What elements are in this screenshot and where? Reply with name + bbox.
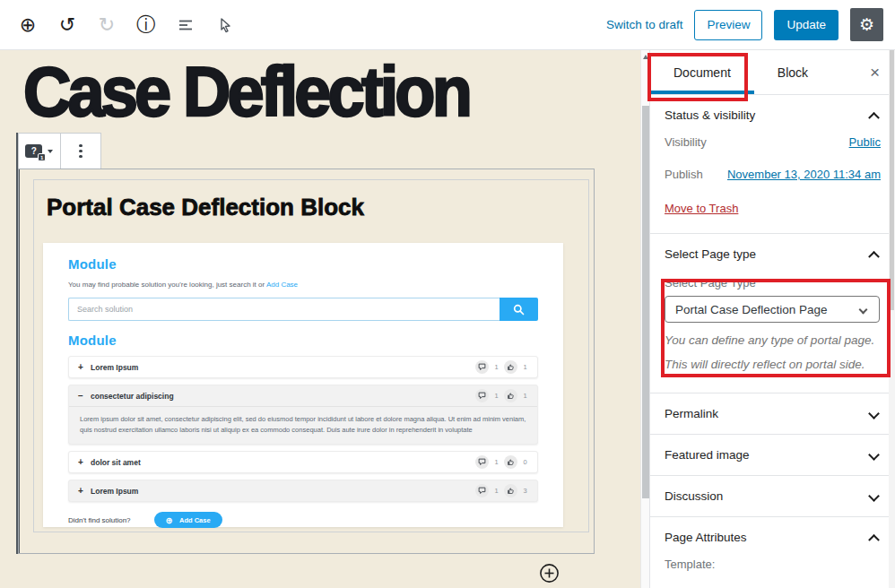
block-appender-button[interactable] [539, 563, 560, 584]
block-type-button[interactable]: ? 1 [19, 134, 60, 169]
featured-image-header[interactable]: Featured image [650, 435, 895, 475]
select-page-type-header[interactable]: Select Page type [650, 234, 895, 274]
select-tool-icon[interactable] [212, 12, 239, 39]
chevron-down-icon [859, 305, 868, 314]
discussion-panel: Discussion [650, 476, 895, 517]
chevron-down-icon [868, 449, 880, 461]
expand-icon: + [78, 457, 91, 467]
update-button[interactable]: Update [774, 10, 839, 40]
featured-image-panel: Featured image [650, 435, 895, 476]
comment-icon [475, 360, 489, 374]
search-icon [513, 304, 525, 316]
canvas-scrollbar[interactable] [640, 50, 649, 588]
scrollbar-up-arrow-icon[interactable] [643, 55, 648, 59]
page-type-help-text: You can define any type of portal page. … [665, 328, 881, 376]
add-case-button[interactable]: ⊕ Add Case [154, 512, 222, 528]
add-case-link[interactable]: Add Case [266, 281, 298, 289]
accordion-item[interactable]: + Lorem Ipsum 1 1 [68, 356, 538, 378]
chevron-down-icon [868, 490, 880, 502]
collapse-icon: − [78, 391, 91, 401]
info-icon[interactable]: ⓘ [133, 12, 160, 39]
gear-icon: ⚙ [859, 14, 874, 35]
scrollbar-thumb[interactable] [642, 106, 649, 498]
case-deflection-block-icon: ? 1 [25, 144, 42, 158]
chevron-up-icon [868, 534, 880, 546]
block-toolbar: ? 1 [18, 133, 101, 169]
block-options-button[interactable] [60, 134, 101, 169]
add-block-icon[interactable]: ⊕ [14, 12, 41, 39]
tab-document[interactable]: Document [650, 50, 754, 94]
preview-button[interactable]: Preview [694, 10, 762, 40]
accordion-item[interactable]: + dolor sit amet 1 0 [68, 451, 538, 473]
move-to-trash-link[interactable]: Move to Trash [665, 202, 738, 215]
discussion-header[interactable]: Discussion [650, 476, 895, 516]
toolbar-right-group: Switch to draft Preview Update ⚙ [606, 8, 895, 41]
kebab-menu-icon [79, 144, 83, 159]
module-description: You may find probable solution you're lo… [68, 281, 538, 289]
permalink-panel: Permalink [650, 393, 895, 435]
didnt-find-label: Didn't find solution? [68, 516, 131, 524]
page-type-label: Select Page Type [665, 276, 881, 290]
list-view-icon[interactable] [172, 12, 199, 39]
editor-top-toolbar: ⊕ ↺ ↻ ⓘ Switch to draft Preview Update ⚙ [0, 0, 895, 50]
thumbs-up-icon [504, 455, 517, 469]
page-type-select[interactable]: Portal Case Deflection Page [665, 296, 880, 323]
comment-icon [475, 455, 489, 469]
chevron-up-icon [868, 112, 880, 124]
plus-circle-icon: ⊕ [166, 515, 173, 525]
module-heading-2: Module [68, 333, 538, 348]
page-attributes-panel: Page Attributes Template: [650, 517, 895, 584]
search-row [68, 298, 538, 321]
module-heading-1: Module [68, 256, 538, 272]
accordion-body-text: Lorem ipsum dolor sit amet, consectetur … [69, 406, 537, 444]
publish-row: Publish November 13, 2020 11:34 am [650, 168, 895, 181]
tab-block[interactable]: Block [754, 50, 831, 94]
visibility-public-link[interactable]: Public [849, 135, 881, 149]
template-label: Template: [650, 558, 895, 584]
toolbar-left-group: ⊕ ↺ ↻ ⓘ [0, 12, 239, 39]
sidebar-scrollbar[interactable] [889, 50, 895, 588]
accordion-list: + Lorem Ipsum 1 1 − [68, 356, 538, 502]
page-title[interactable]: Case Deflection [23, 52, 469, 132]
accordion-item-expanded[interactable]: − consectetur adipiscing 1 1 Lorem ipsum… [68, 385, 538, 445]
expand-icon: + [78, 486, 91, 496]
status-visibility-panel: Status & visibility Visibility Public Pu… [650, 95, 895, 234]
sidebar-scrollbar-thumb[interactable] [890, 50, 894, 310]
panel-footer: Didn't find solution? ⊕ Add Case [68, 512, 538, 528]
redo-icon: ↻ [93, 12, 120, 39]
settings-gear-button[interactable]: ⚙ [850, 8, 883, 41]
thumbs-up-icon [504, 484, 517, 497]
block-switcher-caret-icon [48, 150, 53, 153]
visibility-row: Visibility Public [650, 135, 895, 149]
case-deflection-preview-panel: Module You may find probable solution yo… [43, 243, 563, 527]
expand-icon: + [78, 362, 91, 372]
accordion-item[interactable]: + Lorem Ipsum 1 3 [68, 480, 538, 502]
status-visibility-header[interactable]: Status & visibility [650, 95, 895, 135]
select-page-type-panel: Select Page type Select Page Type Portal… [650, 234, 895, 393]
chevron-up-icon [868, 251, 880, 263]
undo-icon[interactable]: ↺ [54, 12, 81, 39]
switch-to-draft-link[interactable]: Switch to draft [606, 18, 683, 31]
search-button[interactable] [500, 298, 538, 321]
editor-canvas: Case Deflection ? 1 Portal Case Deflecti… [0, 50, 640, 588]
permalink-header[interactable]: Permalink [650, 393, 895, 434]
page-attributes-header[interactable]: Page Attributes [650, 517, 895, 558]
sidebar-tabs: Document Block × [650, 50, 895, 95]
settings-sidebar: Document Block × Status & visibility Vis… [649, 50, 895, 588]
thumbs-up-icon [504, 360, 517, 374]
block-heading: Portal Case Deflection Block [47, 194, 364, 221]
comment-icon [475, 389, 489, 402]
search-input[interactable] [68, 298, 500, 321]
chevron-down-icon [868, 408, 880, 419]
thumbs-up-icon [504, 389, 517, 402]
comment-icon [475, 484, 489, 497]
publish-date-link[interactable]: November 13, 2020 11:34 am [727, 168, 881, 181]
